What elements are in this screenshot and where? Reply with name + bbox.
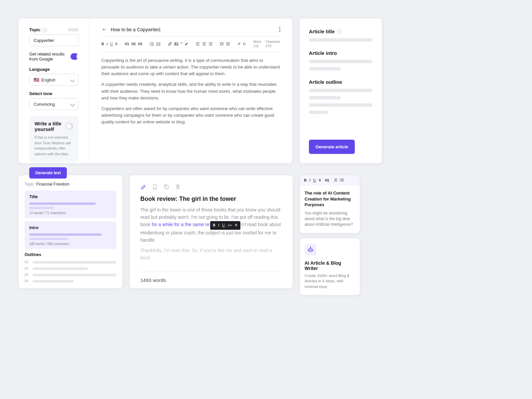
link-icon[interactable] bbox=[168, 42, 172, 46]
italic-icon[interactable]: I bbox=[309, 178, 311, 183]
suggestion-card[interactable]: B I U S H1 The role of AI Content Creati… bbox=[300, 175, 360, 233]
back-arrow-icon[interactable]: ← bbox=[101, 26, 107, 33]
svg-text:3: 3 bbox=[150, 45, 151, 46]
skeleton-bar bbox=[309, 111, 328, 114]
svg-rect-39 bbox=[309, 249, 313, 251]
bold-icon[interactable]: B bbox=[101, 42, 104, 46]
mini-editor: ← How to be a Copywriter| B I U S H1 H2 bbox=[89, 19, 292, 163]
tool-card[interactable]: AI Article & Blog Writer Create 1500+ wo… bbox=[300, 238, 360, 295]
tone-select[interactable]: Convincing bbox=[29, 98, 78, 110]
generate-text-button[interactable]: Generate text bbox=[29, 167, 67, 179]
topic-input[interactable] bbox=[29, 34, 78, 46]
bold-icon[interactable]: B bbox=[213, 222, 215, 228]
strike-icon[interactable]: S bbox=[319, 178, 321, 183]
h2-icon[interactable]: H2 bbox=[131, 42, 136, 46]
trash-icon[interactable] bbox=[175, 184, 181, 191]
more-icon[interactable] bbox=[279, 27, 280, 32]
article-title-label: Article title i bbox=[309, 29, 372, 34]
history-group: ↺ ↻ bbox=[237, 42, 246, 46]
undo-icon[interactable]: ↺ bbox=[237, 42, 240, 46]
h3-icon[interactable]: H3 bbox=[138, 42, 142, 46]
info-icon[interactable]: i bbox=[337, 29, 342, 34]
close-icon[interactable]: ✕ bbox=[234, 222, 238, 228]
title-option-desc: If this is not selected, then Tone Maste… bbox=[35, 135, 73, 157]
image-icon[interactable] bbox=[174, 42, 178, 46]
underline-icon[interactable]: U bbox=[222, 222, 225, 228]
align-left-icon[interactable] bbox=[196, 42, 200, 46]
editor-title[interactable]: How to be a Copywriter bbox=[111, 27, 159, 32]
align-right-icon[interactable] bbox=[208, 42, 212, 46]
outline-row: 03 bbox=[25, 273, 116, 277]
indent-icon[interactable] bbox=[220, 42, 224, 46]
ordered-list-icon[interactable]: 123 bbox=[150, 42, 154, 46]
skeleton-bar bbox=[29, 238, 68, 240]
h1-icon[interactable]: H1 bbox=[125, 42, 129, 46]
ordered-list-icon[interactable] bbox=[333, 178, 337, 183]
generate-article-button[interactable]: Generate article bbox=[309, 140, 355, 154]
svg-point-40 bbox=[309, 250, 310, 250]
indent-group bbox=[220, 42, 230, 46]
edit-icon[interactable] bbox=[185, 42, 189, 46]
bullet-list-icon[interactable] bbox=[156, 42, 161, 46]
svg-point-43 bbox=[310, 247, 311, 247]
pencil-icon[interactable] bbox=[140, 184, 146, 191]
robot-icon bbox=[305, 244, 317, 256]
info-icon[interactable]: i bbox=[43, 28, 47, 32]
svg-point-41 bbox=[311, 250, 312, 250]
skeleton-bar bbox=[29, 207, 54, 209]
code-icon[interactable]: <> bbox=[227, 222, 232, 228]
language-select[interactable]: 🇺🇸English bbox=[29, 74, 78, 86]
outline-intro-section[interactable]: Intro 108 words / 585 characters bbox=[25, 221, 116, 249]
outline-title-section[interactable]: Title 12 words / 71 characters bbox=[25, 191, 116, 218]
bookmark-icon[interactable] bbox=[152, 184, 158, 191]
underline-icon[interactable]: U bbox=[110, 42, 113, 46]
svg-point-13 bbox=[175, 43, 176, 44]
skeleton-bar bbox=[29, 202, 96, 205]
list-group: 123 bbox=[150, 42, 161, 46]
title-option-toggle[interactable] bbox=[66, 123, 73, 130]
quote-icon[interactable]: ” bbox=[181, 42, 183, 46]
bullet-list-icon[interactable] bbox=[340, 178, 344, 183]
svg-point-11 bbox=[156, 45, 157, 45]
document-paragraph[interactable]: The girl in the tower is one of those bo… bbox=[140, 206, 282, 244]
article-intro-label: Article intro bbox=[309, 50, 372, 56]
outline-row: 01 bbox=[25, 260, 116, 264]
strike-icon[interactable]: S bbox=[115, 42, 118, 46]
align-group bbox=[196, 42, 212, 46]
google-toggle-label: Get related results from Google bbox=[29, 52, 70, 62]
copy-icon[interactable] bbox=[164, 184, 169, 191]
document-title: Book review: The girl in the tower bbox=[140, 196, 282, 202]
document-tools bbox=[140, 184, 282, 191]
skeleton-bar bbox=[29, 233, 102, 236]
outdent-icon[interactable] bbox=[226, 42, 230, 46]
tool-description: Create 1500+ word Blog & Articles in 4 s… bbox=[305, 273, 355, 290]
svg-rect-29 bbox=[165, 186, 168, 189]
skeleton-bar bbox=[309, 89, 372, 92]
underline-icon[interactable]: U bbox=[313, 178, 316, 183]
italic-icon[interactable]: I bbox=[218, 222, 219, 228]
language-label: Language bbox=[29, 67, 78, 72]
svg-point-37 bbox=[340, 180, 341, 180]
title-option-heading: Write a title yourself bbox=[35, 121, 66, 132]
title-option-box: Write a title yourself If this is not se… bbox=[29, 116, 78, 162]
outlines-label: Outlines bbox=[25, 252, 116, 257]
google-toggle[interactable] bbox=[70, 53, 79, 60]
inline-format-toolbar[interactable]: B I U <> ✕ bbox=[210, 221, 241, 230]
italic-icon[interactable]: I bbox=[106, 42, 108, 46]
bold-icon[interactable]: B bbox=[304, 178, 307, 183]
generator-form: Topic i 0/300 Get related results from G… bbox=[19, 19, 89, 163]
document-footer: 1493 words bbox=[140, 272, 282, 288]
align-center-icon[interactable] bbox=[202, 42, 206, 46]
tone-label: Select tone bbox=[29, 91, 78, 96]
highlighted-text: for a while for a the same re bbox=[152, 222, 209, 227]
insert-group: ” bbox=[168, 42, 189, 46]
editor-body[interactable]: Copywriting is the art of persuasive wri… bbox=[101, 52, 280, 125]
heading-group: H1 H2 H3 bbox=[125, 42, 142, 46]
redo-icon[interactable]: ↻ bbox=[243, 42, 246, 46]
tool-title: AI Article & Blog Writer bbox=[305, 260, 355, 271]
suggestion-text: You might be wondering about what is the… bbox=[305, 210, 355, 228]
outline-card: Topic:Financial Freedom Title 12 words /… bbox=[19, 175, 122, 288]
generator-card: Topic i 0/300 Get related results from G… bbox=[19, 19, 292, 163]
h1-icon[interactable]: H1 bbox=[325, 179, 329, 182]
document-card: Book review: The girl in the tower The g… bbox=[130, 175, 293, 288]
